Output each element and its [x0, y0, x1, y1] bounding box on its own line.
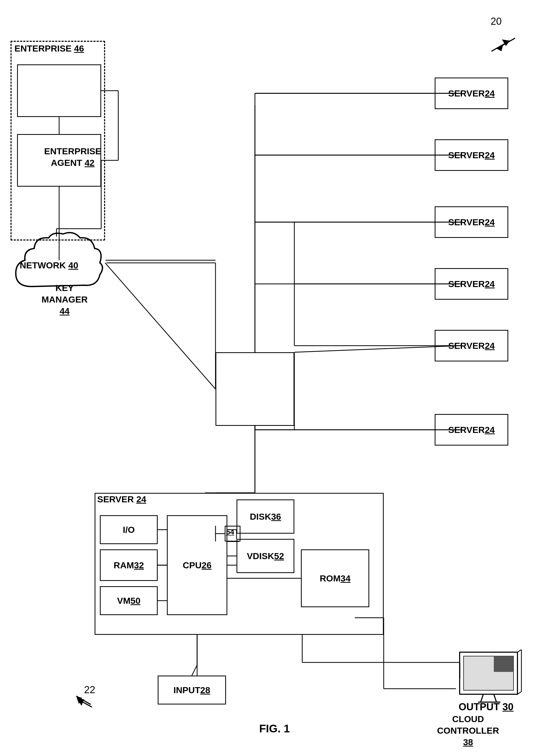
disk-label: DISK 36 [237, 500, 294, 533]
svg-line-32 [517, 650, 521, 652]
input-box: INPUT 28 [158, 676, 226, 704]
diagram-container: 20 [0, 0, 549, 756]
server-box-4: SERVER 24 [435, 268, 508, 300]
server-large-label: SERVER 24 [97, 494, 146, 504]
cloud-controller-label: CLOUDCONTROLLER38 [437, 713, 499, 748]
io-label: I/O [101, 516, 157, 543]
server-box-3: SERVER 24 [435, 206, 508, 238]
network-label: NETWORK 40 [20, 260, 78, 270]
enterprise-label: ENTERPRISE 46 [14, 43, 84, 54]
svg-line-20 [192, 665, 197, 676]
server-box-6: SERVER 24 [435, 414, 508, 446]
server-label-5: SERVER 24 [435, 331, 507, 361]
svg-line-36 [494, 694, 496, 702]
rom-label: ROM 34 [302, 550, 368, 606]
ram-label: RAM 32 [101, 550, 157, 580]
server-box-5: SERVER 24 [435, 330, 508, 361]
output-label: OUTPUT 30 [459, 701, 514, 713]
svg-line-35 [481, 694, 483, 702]
ram-box: RAM 32 [100, 549, 158, 581]
server-label-3: SERVER 24 [435, 207, 507, 237]
svg-marker-3 [78, 699, 84, 706]
rom-box: ROM 34 [301, 549, 369, 607]
server-box-2: SERVER 24 [435, 139, 508, 171]
server-label-2: SERVER 24 [435, 140, 507, 170]
cpu-box: CPU 26 [167, 515, 227, 615]
svg-marker-42 [76, 696, 82, 704]
fig-label: FIG. 1 [259, 722, 290, 735]
box-54-label: 54 [226, 528, 234, 536]
server-label-1: SERVER 24 [435, 78, 507, 108]
disk-box: DISK 36 [237, 499, 294, 534]
input-label: INPUT 28 [158, 676, 225, 704]
enterprise-agent-box: ENTERPRISEAGENT 42 [17, 64, 101, 117]
svg-marker-1 [502, 39, 510, 46]
server-box-1: SERVER 24 [435, 78, 508, 109]
svg-line-33 [517, 692, 521, 694]
ref-20-label: 20 [491, 16, 502, 27]
svg-rect-38 [494, 656, 514, 672]
svg-line-7 [105, 263, 216, 389]
vdisk-label: VDISK 52 [237, 540, 294, 572]
vdisk-box: VDISK 52 [237, 539, 294, 573]
server-label-6: SERVER 24 [435, 415, 507, 445]
key-manager-box: KEYMANAGER44 [17, 134, 101, 187]
cpu-label: CPU 26 [168, 516, 227, 614]
svg-line-41 [76, 696, 91, 704]
vm-label: VM 50 [101, 587, 157, 614]
svg-line-2 [78, 699, 92, 707]
svg-line-0 [491, 41, 510, 51]
server-label-4: SERVER 24 [435, 269, 507, 299]
io-box: I/O [100, 515, 158, 544]
ref-22-label: 22 [84, 684, 95, 696]
vm-box: VM 50 [100, 586, 158, 615]
svg-marker-40 [497, 44, 503, 51]
cloud-controller-box: CLOUDCONTROLLER38 [216, 352, 294, 426]
svg-line-39 [497, 38, 515, 49]
